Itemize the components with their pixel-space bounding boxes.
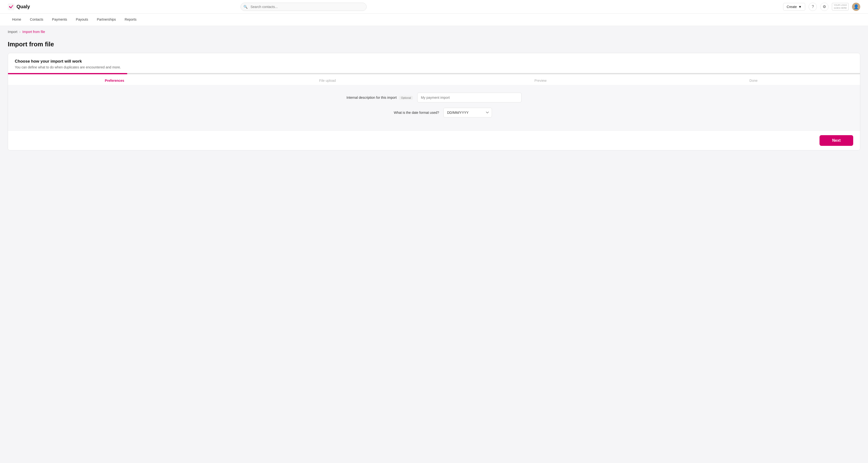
nav-item-payouts[interactable]: Payouts xyxy=(71,13,93,26)
date-format-select[interactable]: DD/MM/YYYY MM/DD/YYYY YYYY-MM-DD YYYY/MM… xyxy=(443,108,492,117)
step-preferences: Preferences xyxy=(8,79,221,83)
main-nav: Home Contacts Payments Payouts Partnersh… xyxy=(0,13,868,26)
nav-item-partnerships[interactable]: Partnerships xyxy=(92,13,120,26)
date-format-row: What is the date format used? DD/MM/YYYY… xyxy=(8,108,860,117)
description-input[interactable] xyxy=(417,93,522,103)
step-done: Done xyxy=(647,79,860,83)
card-header: Choose how your import will work You can… xyxy=(8,53,860,73)
search-input[interactable] xyxy=(241,3,367,11)
nav-item-home[interactable]: Home xyxy=(8,13,26,26)
date-format-label: What is the date format used? xyxy=(376,111,439,115)
create-button[interactable]: Create ▼ xyxy=(783,3,805,11)
optional-badge: Optional xyxy=(399,96,413,100)
step-file-upload: File upload xyxy=(221,79,434,83)
progress-bar-fill xyxy=(8,73,127,74)
card-header-subtitle: You can define what to do when duplicate… xyxy=(15,65,853,69)
breadcrumb-current: Import from file xyxy=(22,30,45,34)
avatar[interactable]: 👤 xyxy=(852,3,860,11)
progress-bar xyxy=(8,73,860,74)
card-footer: Next xyxy=(8,131,860,150)
card-header-title: Choose how your import will work xyxy=(15,59,853,64)
logo[interactable]: Qualy xyxy=(8,3,30,10)
steps-row: Preferences File upload Preview Done xyxy=(8,74,860,85)
import-card: Choose how your import will work You can… xyxy=(8,53,860,150)
nav-item-reports[interactable]: Reports xyxy=(120,13,141,26)
app-name: Qualy xyxy=(17,4,30,9)
form-area: Internal description for this import Opt… xyxy=(8,85,860,131)
breadcrumb-parent[interactable]: Import xyxy=(8,30,18,34)
description-label: Internal description for this import Opt… xyxy=(346,96,413,100)
step-preview: Preview xyxy=(434,79,647,83)
nav-item-payments[interactable]: Payments xyxy=(48,13,71,26)
nav-item-contacts[interactable]: Contacts xyxy=(26,13,48,26)
breadcrumb-separator: › xyxy=(20,30,21,34)
chevron-down-icon: ▼ xyxy=(798,5,802,9)
search-bar: 🔍 xyxy=(241,3,367,11)
help-button[interactable]: ? xyxy=(809,3,817,11)
svg-rect-0 xyxy=(8,3,14,10)
logo-icon xyxy=(8,3,14,10)
header-right: Create ▼ ? ⚙ YOUR LOGOGOES HERE 👤 xyxy=(783,3,860,11)
next-button[interactable]: Next xyxy=(819,135,853,146)
breadcrumb: Import › Import from file xyxy=(0,26,868,36)
description-row: Internal description for this import Opt… xyxy=(8,93,860,103)
page-title: Import from file xyxy=(8,40,860,48)
svg-point-1 xyxy=(9,6,10,7)
search-icon: 🔍 xyxy=(243,5,248,9)
settings-button[interactable]: ⚙ xyxy=(820,3,829,11)
main-content: Import from file Choose how your import … xyxy=(0,36,868,160)
create-label: Create xyxy=(787,5,797,9)
header: Qualy 🔍 Create ▼ ? ⚙ YOUR LOGOGOES HERE … xyxy=(0,0,868,13)
brand-logo-placeholder: YOUR LOGOGOES HERE xyxy=(832,3,848,10)
svg-point-2 xyxy=(12,5,13,6)
